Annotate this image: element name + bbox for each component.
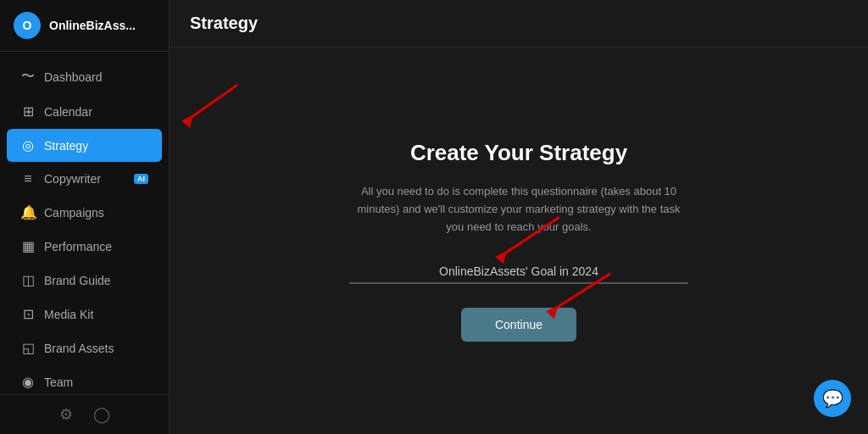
strategy-card-description: All you need to do is complete this ques… [349,183,688,236]
performance-icon: ▦ [20,238,36,254]
sidebar-item-copywriter[interactable]: ≡ Copywriter AI [7,163,162,195]
strategy-content: Create Your Strategy All you need to do … [170,47,868,434]
goal-input[interactable] [349,264,688,278]
sidebar-label-calendar: Calendar [44,105,92,119]
sidebar-item-strategy[interactable]: ◎ Strategy [7,129,162,162]
sidebar-item-dashboard[interactable]: 〜 Dashboard [7,59,162,94]
strategy-card-title: Create Your Strategy [349,140,688,166]
brand-guide-icon: ◫ [20,272,36,288]
team-icon: ◉ [20,374,36,390]
goal-input-wrapper [349,264,688,284]
sidebar-label-dashboard: Dashboard [44,70,103,84]
sidebar-header: O OnlineBizAss... [0,0,169,52]
sidebar-item-performance[interactable]: ▦ Performance [7,230,162,263]
continue-button[interactable]: Continue [461,308,576,342]
dashboard-icon: 〜 [20,68,36,86]
sidebar-label-brand-guide: Brand Guide [44,274,111,287]
sidebar-label-media-kit: Media Kit [44,308,93,321]
campaigns-icon: 🔔 [20,204,36,220]
strategy-icon: ◎ [20,137,36,153]
page-title: Strategy [190,14,848,33]
sidebar-item-media-kit[interactable]: ⊡ Media Kit [7,298,162,331]
sidebar-item-calendar[interactable]: ⊞ Calendar [7,95,162,128]
copywriter-icon: ≡ [20,171,36,186]
sidebar: O OnlineBizAss... 〜 Dashboard ⊞ Calendar… [0,0,170,434]
sidebar-item-team[interactable]: ◉ Team [7,365,162,394]
brand-assets-icon: ◱ [20,340,36,356]
ai-badge: AI [134,174,148,184]
sidebar-item-campaigns[interactable]: 🔔 Campaigns [7,196,162,229]
sidebar-label-copywriter: Copywriter [44,172,101,186]
media-kit-icon: ⊡ [20,306,36,322]
main-content-area: Strategy Create Your Strategy All you ne… [170,0,868,434]
sidebar-item-brand-guide[interactable]: ◫ Brand Guide [7,264,162,297]
sidebar-label-strategy: Strategy [44,139,88,153]
profile-icon[interactable]: ◯ [93,405,110,424]
sidebar-label-performance: Performance [44,240,112,253]
sidebar-nav: 〜 Dashboard ⊞ Calendar ◎ Strategy ≡ Copy… [0,52,169,394]
sidebar-item-brand-assets[interactable]: ◱ Brand Assets [7,331,162,364]
sidebar-label-team: Team [44,376,73,389]
page-header: Strategy [170,0,868,47]
sidebar-footer: ⚙ ◯ [0,394,169,434]
calendar-icon: ⊞ [20,103,36,120]
sidebar-label-brand-assets: Brand Assets [44,342,114,355]
app-name: OnlineBizAss... [49,19,136,32]
logo-icon: O [14,12,41,39]
chat-bubble[interactable]: 💬 [814,380,851,417]
chat-icon: 💬 [822,388,843,409]
strategy-card: Create Your Strategy All you need to do … [349,140,688,341]
sidebar-label-campaigns: Campaigns [44,206,104,220]
settings-icon[interactable]: ⚙ [59,405,73,424]
